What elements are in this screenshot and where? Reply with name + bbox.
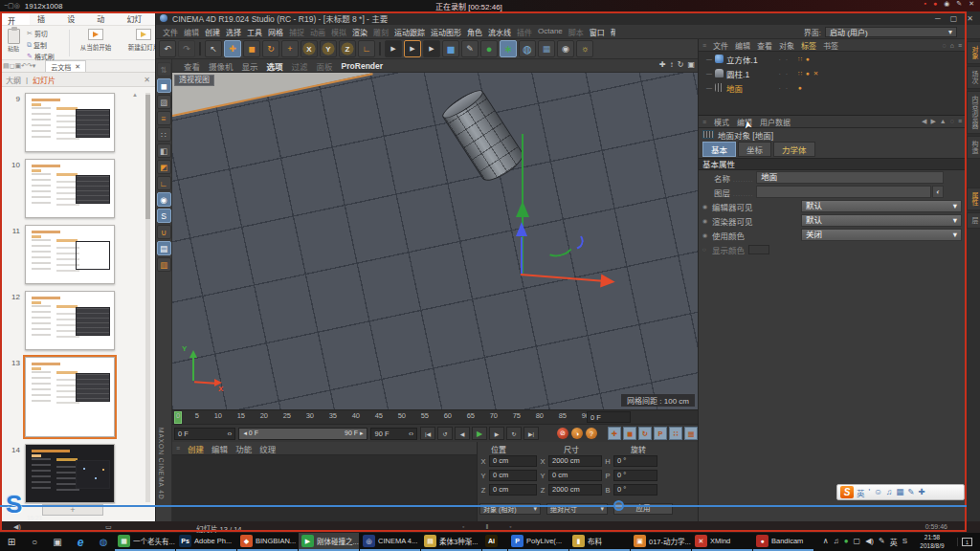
- keyframe-toggle[interactable]: ↻: [638, 427, 652, 440]
- taskbar-app-button[interactable]: Ps Adobe Ph...: [176, 533, 236, 551]
- toolbar-icon[interactable]: ∗: [500, 40, 517, 57]
- current-frame-field[interactable]: 0 F: [587, 411, 631, 423]
- object-name[interactable]: 立方体.1: [726, 54, 776, 65]
- object-menu-item[interactable]: 文件: [713, 40, 728, 51]
- tray-icon[interactable]: ∧: [823, 537, 829, 547]
- taskbar-app-button[interactable]: ▮ 布料: [569, 533, 630, 551]
- menu-item[interactable]: 插件: [514, 27, 535, 37]
- spinner-icon[interactable]: ‹›: [227, 429, 232, 439]
- size-field[interactable]: 2000 cm: [548, 455, 602, 467]
- quick-access-icon[interactable]: ▤: [3, 62, 10, 69]
- attribute-tab[interactable]: 坐标: [738, 142, 771, 157]
- object-menu-item[interactable]: 标签: [801, 40, 816, 51]
- ime-icon[interactable]: ☺: [874, 487, 882, 498]
- menu-item[interactable]: 创建: [202, 27, 223, 37]
- z-axis-arrow[interactable]: [516, 222, 527, 236]
- recorder-action-icon[interactable]: ▪: [924, 0, 925, 8]
- taskbar-clock[interactable]: 21:58 2018/8/9: [912, 534, 952, 549]
- record-button[interactable]: ⊘: [557, 428, 568, 439]
- viewport-menu-item[interactable]: 查看: [184, 60, 200, 72]
- transport-button[interactable]: ↻: [506, 427, 522, 440]
- slide-thumbnail[interactable]: 13: [0, 357, 144, 437]
- y-axis-arrow[interactable]: [516, 201, 529, 217]
- frame-range-slider[interactable]: ◂ 0 F 90 F ▸: [238, 428, 368, 440]
- attribute-menu-item[interactable]: 用户数据: [760, 117, 791, 127]
- object-tags[interactable]: ∷ ● ✕: [798, 70, 819, 77]
- toolbar-icon[interactable]: ◼: [442, 40, 459, 57]
- view-control-icon[interactable]: ▣: [687, 60, 695, 69]
- menu-item[interactable]: Octane: [535, 27, 566, 37]
- taskbar-app-button[interactable]: ▤ 柔体3种渐...: [421, 533, 481, 551]
- transport-button[interactable]: ▶|: [523, 427, 539, 440]
- toolbar-icon[interactable]: [199, 42, 201, 55]
- close-icon[interactable]: ✕: [144, 76, 150, 84]
- slide-thumbnail[interactable]: 12: [0, 291, 144, 350]
- keyframe-toggle[interactable]: ∷: [669, 427, 682, 440]
- paste-button[interactable]: 粘贴: [3, 29, 24, 53]
- tray-icon[interactable]: ●: [844, 537, 849, 547]
- slides-tab[interactable]: 幻灯片: [33, 75, 56, 85]
- view-control-icon[interactable]: ✚: [659, 60, 666, 69]
- menu-item[interactable]: 窗口: [587, 27, 608, 37]
- transport-button[interactable]: ▶: [489, 427, 504, 440]
- interface-select[interactable]: 启动 (用户)▾: [825, 27, 957, 37]
- transport-button[interactable]: ↺: [437, 427, 453, 440]
- taskbar-nav-icon[interactable]: ◍: [92, 533, 115, 551]
- visibility-dots[interactable]: ∙ ∙: [779, 56, 790, 62]
- toolbar-icon[interactable]: ✚: [224, 40, 241, 57]
- taskbar-app-button[interactable]: ▣ 017-动力学...: [631, 533, 691, 551]
- mode-icon[interactable]: S: [157, 209, 171, 223]
- mode-icon[interactable]: ◩: [157, 160, 171, 174]
- size-field[interactable]: 2000 cm: [548, 484, 602, 496]
- view-control-icon[interactable]: ↻: [678, 60, 684, 69]
- rotation-field[interactable]: 0 °: [613, 455, 657, 467]
- object-manager-icon[interactable]: ⌂: [950, 42, 954, 49]
- toolbar-icon[interactable]: X: [301, 40, 318, 57]
- viewport-menu-item[interactable]: 摄像机: [209, 60, 234, 72]
- mode-icon[interactable]: ∷: [157, 127, 171, 142]
- scroll-up-icon[interactable]: ▲: [132, 92, 138, 98]
- speaker-icon[interactable]: ◀): [13, 523, 21, 531]
- mode-icon[interactable]: ▥: [157, 257, 171, 272]
- viewport-menu-item[interactable]: 过滤: [292, 60, 308, 72]
- menu-item[interactable]: 动画: [307, 27, 328, 37]
- taskbar-app-button[interactable]: ▦ 一个老头有...: [115, 533, 175, 551]
- toolbar-icon[interactable]: ●: [480, 40, 498, 57]
- key-circle-icon[interactable]: ◉: [702, 203, 712, 209]
- taskbar-app-button[interactable]: Ai: [482, 533, 507, 551]
- keyframe-toggle[interactable]: ◼: [623, 427, 636, 440]
- keyframe-toggle[interactable]: ▦: [684, 427, 698, 440]
- taskbar-app-button[interactable]: ▶ 刚体碰撞之...: [299, 533, 359, 551]
- menu-item[interactable]: 渲染: [349, 27, 370, 37]
- annotation-handle[interactable]: [613, 500, 624, 511]
- ime-toolbar[interactable]: S 英'☺♫▦✎✚: [836, 484, 965, 500]
- mode-icon[interactable]: ◧: [157, 143, 171, 158]
- recorder-control-icon[interactable]: ▢: [8, 2, 14, 9]
- ime-icon[interactable]: ✎: [907, 487, 914, 498]
- attribute-dropdown[interactable]: 默认▾: [801, 200, 962, 212]
- rotation-field[interactable]: 0 °: [613, 470, 657, 481]
- recorder-action-icon[interactable]: ◉: [944, 0, 949, 8]
- recorder-action-icon[interactable]: ●: [933, 0, 937, 8]
- attribute-dropdown[interactable]: 关闭▾: [801, 229, 962, 241]
- viewport-menu-item[interactable]: ProRender: [342, 61, 383, 71]
- taskbar-nav-icon[interactable]: ⊞: [0, 533, 23, 551]
- taskbar-app-button[interactable]: ◎ CINEMA 4...: [360, 533, 420, 551]
- name-field[interactable]: 地面: [756, 171, 944, 184]
- window-control-icon[interactable]: ▢: [950, 14, 958, 23]
- transport-button[interactable]: ▶: [472, 427, 487, 440]
- dock-tab[interactable]: 内容浏览器: [967, 91, 980, 134]
- object-menu-item[interactable]: 书签: [823, 40, 838, 51]
- menu-item[interactable]: 编辑: [181, 27, 202, 37]
- attribute-nav-icon[interactable]: ≡: [958, 118, 962, 125]
- transport-button[interactable]: ◀: [455, 427, 470, 440]
- mode-icon[interactable]: ▨: [157, 95, 171, 109]
- transport-button[interactable]: |◀: [420, 427, 435, 440]
- menu-item[interactable]: 选择: [223, 27, 244, 37]
- object-name[interactable]: 圆柱.1: [726, 68, 776, 79]
- dock-tab[interactable]: 层: [967, 212, 980, 229]
- toolbar-icon[interactable]: ↖: [205, 40, 222, 57]
- object-menu-item[interactable]: 查看: [757, 40, 772, 51]
- attribute-dropdown[interactable]: 默认▾: [801, 214, 962, 227]
- menu-item[interactable]: 捕捉: [286, 27, 307, 37]
